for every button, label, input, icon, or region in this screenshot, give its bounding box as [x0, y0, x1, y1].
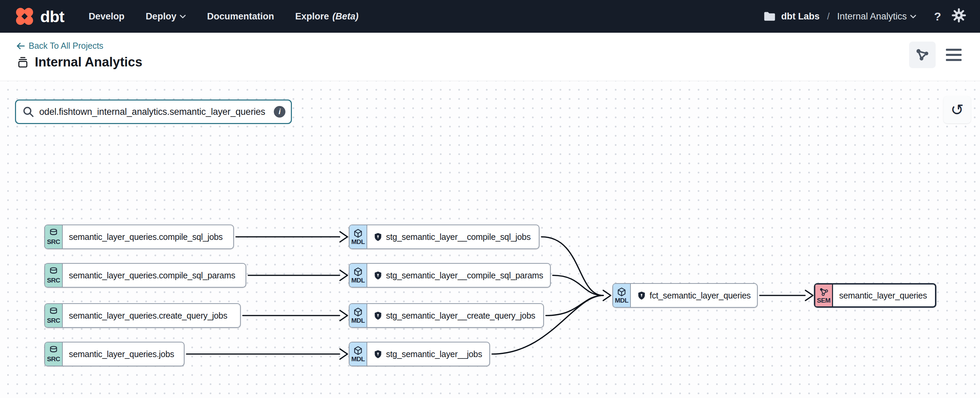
shield-icon [373, 311, 383, 320]
lineage-node-stg-compile-sql-params[interactable]: MDL stg_semantic_layer__compile_sql_para… [349, 263, 551, 288]
nav-item-documentation[interactable]: Documentation [207, 11, 274, 22]
nav-item-deploy[interactable]: Deploy [146, 11, 186, 22]
node-type-label: MDL [351, 277, 365, 284]
node-type-label: SRC [47, 317, 60, 324]
node-type-badge: MDL [350, 225, 367, 248]
dbt-logo-text: dbt [40, 7, 64, 26]
project-name: Internal Analytics [837, 11, 907, 22]
node-label-area: stg_semantic_layer__compile_sql_params [367, 264, 549, 287]
node-label: fct_semantic_layer_queries [649, 291, 751, 301]
node-type-badge: MDL [350, 264, 367, 287]
node-label: stg_semantic_layer__compile_sql_jobs [386, 232, 531, 242]
settings-button[interactable] [951, 8, 966, 25]
nav-item-label: Explore [295, 11, 329, 22]
back-link-label: Back To All Projects [29, 41, 103, 51]
title-row: Internal Analytics [16, 55, 980, 70]
node-label-area: semantic_layer_queries.jobs [63, 343, 180, 366]
node-type-label: MDL [351, 317, 365, 324]
node-label-area: semantic_layer_queries.compile_sql_param… [63, 264, 242, 287]
search-input[interactable]: odel.fishtown_internal_analytics.semanti… [39, 107, 269, 117]
node-label-area: semantic_layer_queries [833, 284, 933, 306]
lineage-node-src-compile-sql-jobs[interactable]: SRC semantic_layer_queries.compile_sql_j… [45, 225, 234, 249]
lineage-view-button[interactable] [909, 41, 935, 68]
node-type-badge: SRC [45, 343, 63, 366]
lineage-node-src-create-query-jobs[interactable]: SRC semantic_layer_queries.create_query_… [45, 303, 241, 328]
hamburger-icon [946, 49, 962, 51]
gear-icon [951, 8, 966, 23]
node-label: stg_semantic_layer__compile_sql_params [386, 271, 543, 281]
lineage-node-semantic-layer-queries[interactable]: SEM semantic_layer_queries [814, 283, 936, 308]
node-type-badge: MDL [613, 284, 631, 307]
node-type-label: SRC [47, 277, 60, 284]
node-label: stg_semantic_layer__create_query_jobs [386, 311, 535, 321]
dbt-logo-icon [14, 5, 35, 27]
project-switcher[interactable]: Internal Analytics [837, 11, 916, 22]
lineage-node-src-compile-sql-params[interactable]: SRC semantic_layer_queries.compile_sql_p… [45, 263, 246, 288]
nav-item-explore[interactable]: Explore (Beta) [295, 11, 359, 22]
help-button[interactable]: ? [934, 10, 941, 23]
back-to-projects-link[interactable]: Back To All Projects [16, 41, 980, 51]
lineage-node-src-jobs[interactable]: SRC semantic_layer_queries.jobs [45, 342, 185, 366]
node-label-area: stg_semantic_layer__compile_sql_jobs [367, 225, 537, 248]
node-label: semantic_layer_queries.compile_sql_param… [69, 271, 235, 281]
lineage-search-box[interactable]: odel.fishtown_internal_analytics.semanti… [15, 100, 292, 124]
breadcrumb-separator: / [825, 11, 832, 22]
node-type-badge: MDL [350, 304, 367, 327]
project-header: Back To All Projects Internal Analytics [0, 33, 980, 81]
node-type-badge: SRC [45, 264, 63, 287]
org-name[interactable]: dbt Labs [781, 11, 820, 22]
lineage-node-stg-create-query-jobs[interactable]: MDL stg_semantic_layer__create_query_job… [349, 303, 544, 328]
node-type-label: SRC [47, 356, 60, 363]
nav-item-label: Develop [89, 11, 124, 22]
nav-item-label: Documentation [207, 11, 274, 22]
menu-button[interactable] [946, 41, 965, 68]
lineage-icon [915, 48, 929, 62]
page-title: Internal Analytics [35, 55, 142, 70]
node-type-badge: SEM [815, 284, 833, 306]
lineage-node-fct-semantic-layer-queries[interactable]: MDL fct_semantic_layer_queries [612, 283, 758, 308]
search-icon [22, 106, 35, 118]
nav-item-label: Deploy [146, 11, 176, 22]
folder-icon [764, 11, 776, 21]
reset-view-button[interactable]: ↺ [943, 96, 971, 123]
node-label: semantic_layer_queries [839, 291, 927, 301]
node-type-label: SEM [817, 297, 830, 304]
lineage-node-stg-compile-sql-jobs[interactable]: MDL stg_semantic_layer__compile_sql_jobs [349, 225, 539, 249]
database-icon [48, 267, 59, 277]
cube-icon [353, 267, 363, 277]
nav-item-develop[interactable]: Develop [89, 11, 124, 22]
arrow-left-icon [16, 43, 25, 49]
shield-icon [637, 291, 646, 300]
database-icon [48, 228, 59, 238]
node-label: stg_semantic_layer__jobs [386, 349, 482, 359]
nav-menu: Develop Deploy Documentation Explore (Be… [89, 11, 358, 22]
node-label-area: semantic_layer_queries.compile_sql_jobs [63, 225, 229, 248]
node-type-label: SRC [47, 238, 60, 245]
node-label-area: stg_semantic_layer__jobs [367, 343, 488, 366]
node-label: semantic_layer_queries.create_query_jobs [69, 311, 228, 321]
lineage-node-stg-jobs[interactable]: MDL stg_semantic_layer__jobs [349, 342, 490, 366]
view-toolbar [909, 41, 965, 68]
chevron-down-icon [180, 15, 186, 18]
node-label-area: semantic_layer_queries.create_query_jobs [63, 304, 234, 327]
node-type-badge: MDL [350, 343, 367, 366]
database-icon [48, 307, 59, 317]
shield-icon [373, 232, 383, 242]
shield-icon [373, 271, 383, 280]
node-type-badge: SRC [45, 304, 63, 327]
lineage-canvas[interactable]: odel.fishtown_internal_analytics.semanti… [0, 81, 980, 398]
dbt-logo[interactable]: dbt [14, 5, 64, 27]
node-type-label: MDL [351, 238, 365, 245]
node-label: semantic_layer_queries.jobs [69, 349, 174, 359]
node-label-area: fct_semantic_layer_queries [631, 284, 757, 307]
node-label-area: stg_semantic_layer__create_query_jobs [367, 304, 541, 327]
node-type-label: MDL [351, 356, 365, 363]
database-icon [48, 346, 59, 356]
info-icon[interactable]: i [274, 106, 285, 117]
semantic-model-icon [819, 287, 829, 297]
cube-icon [353, 346, 363, 356]
shield-icon [373, 350, 383, 359]
cube-icon [617, 287, 627, 297]
cube-icon [353, 307, 363, 317]
beta-tag: (Beta) [332, 11, 359, 22]
